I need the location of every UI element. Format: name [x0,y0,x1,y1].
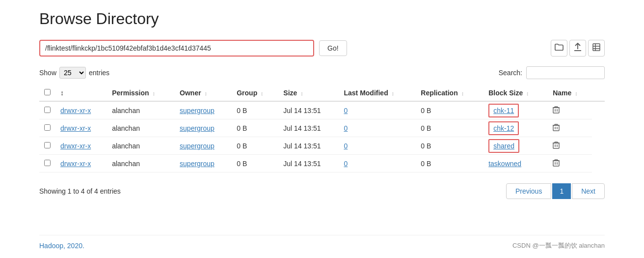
row-group-3: supergroup [175,155,232,172]
sort-size-icon: ↕ [300,90,303,96]
row-size-2: 0 B [232,137,278,155]
row-owner-3: alanchan [107,155,175,172]
upload-icon-button[interactable] [569,40,586,57]
group-link-3[interactable]: supergroup [180,160,215,168]
group-link-2[interactable]: supergroup [180,142,215,150]
svg-rect-19 [553,143,559,148]
group-link-0[interactable]: supergroup [180,107,215,115]
replication-link-1[interactable]: 0 [344,124,348,132]
col-block-size[interactable]: Block Size ↕ [483,85,548,101]
row-checkbox-2[interactable] [44,142,51,148]
permission-link-2[interactable]: drwxr-xr-x [60,142,91,150]
row-checkbox-cell-0 [39,101,55,119]
replication-link-0[interactable]: 0 [344,107,348,115]
svg-rect-1 [593,44,600,51]
sort-group-icon: ↕ [261,90,264,96]
name-highlight-2: shared [488,139,519,153]
sort-icon-header[interactable]: ↕ [55,85,107,101]
row-delete-1 [548,119,592,137]
col-name[interactable]: Name ↕ [548,85,592,101]
table-row: drwxr-xr-x alanchan supergroup 0 BJul 14… [39,101,605,119]
entries-select[interactable]: 10 25 50 100 [59,67,86,79]
delete-icon-1[interactable] [553,124,560,133]
row-checkbox-1[interactable] [44,124,51,131]
sort-replication-icon: ↕ [461,90,464,96]
row-size-1: 0 B [232,119,278,137]
name-link-2[interactable]: shared [493,142,514,150]
sort-blocksize-icon: ↕ [526,90,529,96]
row-replication-0: 0 [339,101,416,119]
table-icon-button[interactable] [588,40,605,57]
row-checkbox-cell-3 [39,155,55,172]
go-button[interactable]: Go! [319,40,347,56]
delete-icon-2[interactable] [553,142,560,150]
row-checkbox-0[interactable] [44,107,51,113]
row-name-3: taskowned [483,155,548,172]
row-blocksize-0: 0 B [416,101,483,119]
col-owner[interactable]: Owner ↕ [175,85,232,101]
previous-button[interactable]: Previous [506,183,551,199]
svg-rect-26 [553,161,559,166]
table-row: drwxr-xr-x alanchan supergroup 0 BJul 14… [39,119,605,137]
search-row: Search: [499,66,605,79]
col-size[interactable]: Size ↕ [278,85,339,101]
row-group-1: supergroup [175,119,232,137]
name-link-1[interactable]: chk-12 [493,124,514,132]
select-all-checkbox[interactable] [44,89,51,95]
row-checkbox-3[interactable] [44,160,51,166]
col-replication[interactable]: Replication ↕ [416,85,483,101]
group-link-1[interactable]: supergroup [180,124,215,132]
controls-row: Show 10 25 50 100 entries Search: [39,66,605,79]
row-group-0: supergroup [175,101,232,119]
replication-link-2[interactable]: 0 [344,142,348,150]
sort-permission-icon: ↕ [153,90,156,96]
row-replication-3: 0 [339,155,416,172]
table-header-row: ↕ Permission ↕ Owner ↕ Group ↕ Size ↕ La… [39,85,605,101]
permission-link-1[interactable]: drwxr-xr-x [60,124,91,132]
row-group-2: supergroup [175,137,232,155]
row-size-3: 0 B [232,155,278,172]
row-name-1: chk-12 [483,119,548,137]
search-label: Search: [499,69,522,77]
show-label: Show [39,69,56,77]
directory-table: ↕ Permission ↕ Owner ↕ Group ↕ Size ↕ La… [39,85,605,172]
permission-link-0[interactable]: drwxr-xr-x [60,107,91,115]
name-link-0[interactable]: chk-11 [493,107,514,115]
icon-buttons [551,40,605,57]
name-highlight-0: chk-11 [488,104,519,117]
row-delete-2 [548,137,592,155]
path-input[interactable] [40,41,313,56]
row-checkbox-cell-1 [39,119,55,137]
sort-owner-icon: ↕ [205,90,208,96]
col-last-modified[interactable]: Last Modified ↕ [339,85,416,101]
footer-left: Hadoop, 2020. [39,242,84,250]
search-input[interactable] [526,66,605,79]
next-button[interactable]: Next [572,183,605,199]
replication-link-3[interactable]: 0 [344,160,348,168]
row-blocksize-1: 0 B [416,119,483,137]
page-number-1[interactable]: 1 [552,183,571,199]
row-owner-0: alanchan [107,101,175,119]
row-modified-1: Jul 14 13:51 [278,119,339,137]
name-link-3[interactable]: taskowned [488,160,521,168]
upload-icon [574,43,582,54]
row-delete-3 [548,155,592,172]
permission-link-3[interactable]: drwxr-xr-x [60,160,91,168]
row-permission-2: drwxr-xr-x [55,137,107,155]
table-icon [592,43,600,53]
page-title: Browse Directory [39,10,605,28]
folder-icon-button[interactable] [551,40,567,57]
col-permission[interactable]: Permission ↕ [107,85,175,101]
row-replication-2: 0 [339,137,416,155]
row-permission-3: drwxr-xr-x [55,155,107,172]
table-row: drwxr-xr-x alanchan supergroup 0 BJul 14… [39,137,605,155]
path-input-wrapper [39,40,314,57]
sort-name-icon: ↕ [575,90,578,96]
row-modified-3: Jul 14 13:51 [278,155,339,172]
row-name-0: chk-11 [483,101,548,119]
show-entries: Show 10 25 50 100 entries [39,67,109,79]
delete-icon-0[interactable] [553,107,560,115]
col-group[interactable]: Group ↕ [232,85,278,101]
row-owner-1: alanchan [107,119,175,137]
delete-icon-3[interactable] [553,160,560,168]
